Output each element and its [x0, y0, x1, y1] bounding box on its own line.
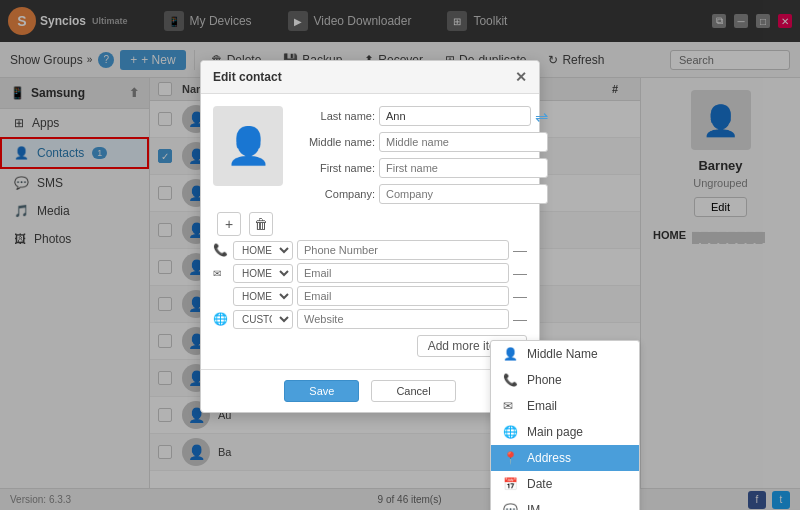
globe-icon: 🌐 — [503, 425, 519, 439]
remove-phone-button[interactable]: — — [513, 242, 527, 258]
add-more-dropdown: 👤 Middle Name 📞 Phone ✉ Email 🌐 Main pag… — [490, 340, 640, 510]
company-row: Company: — [295, 184, 548, 204]
web-type-select[interactable]: CUSTOM — [233, 310, 293, 329]
web-input[interactable] — [297, 309, 509, 329]
person-icon: 👤 — [503, 347, 519, 361]
phone-row: 📞 HOME — — [213, 240, 527, 260]
phone-input[interactable] — [297, 240, 509, 260]
dropdown-address[interactable]: 📍 Address — [491, 445, 639, 471]
modal-avatar-row: 👤 Last name: ⇌ Middle name: First name: — [213, 106, 527, 204]
cancel-button[interactable]: Cancel — [371, 380, 455, 402]
email-input-2[interactable] — [297, 286, 509, 306]
dropdown-middle-name-label: Middle Name — [527, 347, 598, 361]
dropdown-email-label: Email — [527, 399, 557, 413]
web-row: 🌐 CUSTOM — — [213, 309, 527, 329]
remove-email-2-button[interactable]: — — [513, 288, 527, 304]
remove-web-button[interactable]: — — [513, 311, 527, 327]
email-dropdown-icon: ✉ — [503, 399, 519, 413]
modal-close-button[interactable]: ✕ — [515, 69, 527, 85]
dropdown-date-label: Date — [527, 477, 552, 491]
modal-contact-avatar: 👤 — [213, 106, 283, 186]
dropdown-main-page[interactable]: 🌐 Main page — [491, 419, 639, 445]
first-name-row: First name: — [295, 158, 548, 178]
dropdown-email[interactable]: ✉ Email — [491, 393, 639, 419]
email-type-select-2[interactable]: HOME — [233, 287, 293, 306]
email-icon: ✉ — [213, 268, 229, 279]
middle-name-label: Middle name: — [295, 136, 375, 148]
location-icon: 📍 — [503, 451, 519, 465]
save-button[interactable]: Save — [284, 380, 359, 402]
add-more-row: Add more item > — [213, 335, 527, 357]
dropdown-im-label: IM — [527, 503, 540, 510]
email-row-1: ✉ HOME — — [213, 263, 527, 283]
dropdown-phone[interactable]: 📞 Phone — [491, 367, 639, 393]
email-input-1[interactable] — [297, 263, 509, 283]
web-icon: 🌐 — [213, 312, 229, 326]
add-field-button[interactable]: + — [217, 212, 241, 236]
modal-body: 👤 Last name: ⇌ Middle name: First name: — [201, 94, 539, 369]
dropdown-phone-label: Phone — [527, 373, 562, 387]
modal-overlay: Edit contact ✕ 👤 Last name: ⇌ Middle nam… — [0, 0, 800, 510]
modal-actions-row: + 🗑 — [213, 212, 527, 236]
phone-icon: 📞 — [213, 243, 229, 257]
dropdown-main-page-label: Main page — [527, 425, 583, 439]
edit-contact-modal: Edit contact ✕ 👤 Last name: ⇌ Middle nam… — [200, 60, 540, 413]
first-name-input[interactable] — [379, 158, 548, 178]
dropdown-date[interactable]: 📅 Date — [491, 471, 639, 497]
phone-dropdown-icon: 📞 — [503, 373, 519, 387]
first-name-label: First name: — [295, 162, 375, 174]
last-name-input[interactable] — [379, 106, 531, 126]
modal-fields: Last name: ⇌ Middle name: First name: Co… — [295, 106, 548, 204]
middle-name-input[interactable] — [379, 132, 548, 152]
remove-email-1-button[interactable]: — — [513, 265, 527, 281]
middle-name-row: Middle name: — [295, 132, 548, 152]
email-row-2: ✉ HOME — — [213, 286, 527, 306]
phone-type-select[interactable]: HOME — [233, 241, 293, 260]
company-input[interactable] — [379, 184, 548, 204]
modal-header: Edit contact ✕ — [201, 61, 539, 94]
email-type-select-1[interactable]: HOME — [233, 264, 293, 283]
modal-title: Edit contact — [213, 70, 282, 84]
company-label: Company: — [295, 188, 375, 200]
modal-footer: Save Cancel — [201, 369, 539, 412]
last-name-label: Last name: — [295, 110, 375, 122]
dropdown-middle-name[interactable]: 👤 Middle Name — [491, 341, 639, 367]
sync-icon[interactable]: ⇌ — [535, 107, 548, 126]
dropdown-im[interactable]: 💬 IM — [491, 497, 639, 510]
last-name-row: Last name: ⇌ — [295, 106, 548, 126]
delete-field-button[interactable]: 🗑 — [249, 212, 273, 236]
dropdown-address-label: Address — [527, 451, 571, 465]
chat-icon: 💬 — [503, 503, 519, 510]
calendar-icon: 📅 — [503, 477, 519, 491]
